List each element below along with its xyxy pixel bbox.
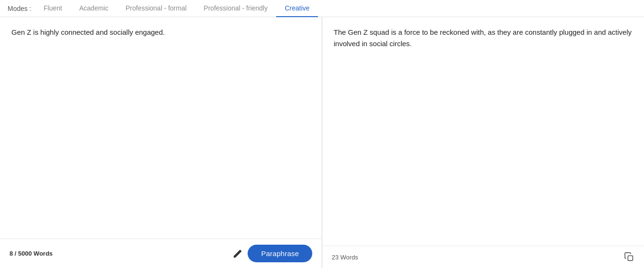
footer-actions: Paraphrase — [232, 245, 312, 262]
output-text-area: The Gen Z squad is a force to be reckone… — [322, 17, 644, 246]
input-text-area[interactable]: Gen Z is highly connected and socially e… — [0, 17, 322, 238]
tab-professional-formal[interactable]: Professional - formal — [117, 0, 195, 17]
modes-nav: Fluent Academic Professional - formal Pr… — [35, 0, 318, 17]
tab-fluent[interactable]: Fluent — [35, 0, 71, 17]
paraphrase-button[interactable]: Paraphrase — [248, 245, 312, 262]
left-panel: Gen Z is highly connected and socially e… — [0, 17, 322, 268]
left-footer: 8 / 5000 Words Paraphrase — [0, 238, 322, 268]
word-count-label: 8 / 5000 Words — [10, 250, 53, 257]
input-text: Gen Z is highly connected and socially e… — [11, 28, 165, 36]
tab-academic[interactable]: Academic — [71, 0, 117, 17]
right-panel: The Gen Z squad is a force to be reckone… — [322, 17, 644, 268]
copy-icon[interactable] — [624, 252, 634, 262]
svg-rect-0 — [628, 256, 633, 260]
tab-professional-friendly[interactable]: Professional - friendly — [195, 0, 277, 17]
modes-label: Modes : — [8, 5, 31, 12]
output-text: The Gen Z squad is a force to be reckone… — [334, 28, 632, 48]
right-footer: 23 Words — [322, 246, 644, 268]
modes-bar: Modes : Fluent Academic Professional - f… — [0, 0, 644, 17]
main-content: Gen Z is highly connected and socially e… — [0, 17, 644, 268]
eraser-icon[interactable] — [232, 248, 243, 259]
output-word-count: 23 Words — [332, 254, 358, 261]
tab-creative[interactable]: Creative — [276, 0, 318, 17]
